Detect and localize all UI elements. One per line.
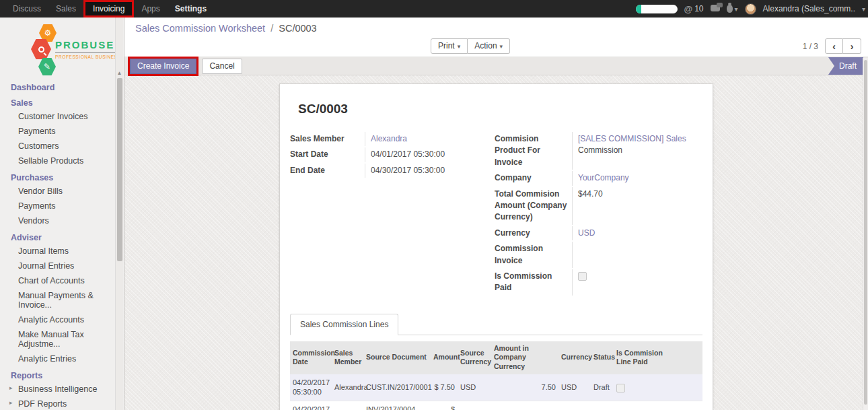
sidebar-item-business-intelligence[interactable]: ▸Business Intelligence xyxy=(0,382,116,397)
field-currency: Currency USD xyxy=(495,226,702,241)
breadcrumb-separator: / xyxy=(268,23,276,34)
sidebar-item-payments-purchases[interactable]: Payments xyxy=(0,199,116,213)
field-groups: Sales Member Alexandra Start Date 04/01/… xyxy=(290,131,702,296)
breadcrumb-parent-link[interactable]: Sales Commission Worksheet xyxy=(135,23,265,34)
menu-sales[interactable]: Sales xyxy=(48,0,83,18)
caret-down-icon: ▾ xyxy=(458,43,461,50)
sidebar-section-adviser[interactable]: Adviser xyxy=(0,228,124,244)
sales-member-link[interactable]: Alexandra xyxy=(371,134,407,143)
sidebar-item-analytic-accounts[interactable]: Analytic Accounts xyxy=(0,312,116,327)
cell-amount: $ 7.50 xyxy=(431,374,458,401)
scroll-up-icon[interactable]: ▲ xyxy=(116,18,123,76)
sidebar-item-customers[interactable]: Customers xyxy=(0,139,116,153)
print-button[interactable]: Print▾ xyxy=(431,38,468,54)
sidebar-item-pdf-reports[interactable]: ▸PDF Reports xyxy=(0,397,116,410)
user-avatar[interactable] xyxy=(745,3,756,15)
mentions-counter[interactable]: @ 10 xyxy=(684,4,704,14)
action-button[interactable]: Action▾ xyxy=(468,38,510,54)
commission-line-row[interactable]: 04/20/2017 05:30:00 Alexandra CUST.IN/20… xyxy=(290,374,702,401)
commission-lines-table: Commission Date Sales Member Source Docu… xyxy=(290,341,702,410)
commission-line-row[interactable]: 04/20/2017 05:30:00 Alexandra INV/2017/0… xyxy=(290,401,702,410)
currency-link[interactable]: USD xyxy=(578,228,595,238)
col-header-sales-member: Sales Member xyxy=(332,341,363,374)
menu-apps[interactable]: Apps xyxy=(134,0,167,18)
cell-line-paid xyxy=(614,374,702,401)
sidebar-item-manual-payments[interactable]: Manual Payments & Invoice... xyxy=(0,288,116,312)
create-invoice-button[interactable]: Create Invoice xyxy=(130,59,196,74)
expand-arrow-icon: ▸ xyxy=(9,399,13,406)
cell-document: INV/2017/0004-SO008 xyxy=(363,401,431,410)
status-badge[interactable]: Draft xyxy=(828,57,863,75)
sidebar-section-purchases[interactable]: Purchases xyxy=(0,168,124,184)
sidebar-item-vendors[interactable]: Vendors xyxy=(0,213,116,228)
form-statusbar: Create Invoice Cancel Draft xyxy=(124,57,868,75)
breadcrumb-current: SC/0003 xyxy=(279,23,316,34)
col-header-source-document: Source Document xyxy=(363,341,431,374)
cell-amount-company: 7.50 xyxy=(491,374,558,401)
sidebar-item-analytic-entries[interactable]: Analytic Entries xyxy=(0,351,116,366)
sidebar-item-vendor-bills[interactable]: Vendor Bills xyxy=(0,184,116,199)
field-label: End Date xyxy=(290,164,365,178)
mention-count: 10 xyxy=(694,4,703,13)
page-scrollbar-thumb[interactable] xyxy=(864,60,867,405)
logo-subtitle: PROFESSIONAL BUSINESS xyxy=(55,55,121,59)
company-link[interactable]: YourCompany xyxy=(578,173,629,182)
col-header-amount-company: Amount in Company Currency xyxy=(491,341,558,374)
cell-date: 04/20/2017 05:30:00 xyxy=(290,401,332,410)
page-scrollbar[interactable] xyxy=(863,58,868,410)
sidebar-scrollbar[interactable]: ▲ xyxy=(115,18,123,410)
tab-sales-commission-lines[interactable]: Sales Commission Lines xyxy=(290,314,398,335)
field-label: Start Date xyxy=(290,147,365,162)
cell-amount: $ 18.60 xyxy=(431,401,458,410)
logo-title: PROBUSE xyxy=(55,39,121,53)
field-commission-invoice: Commission Invoice xyxy=(495,241,702,269)
cell-currency: USD xyxy=(558,401,591,410)
sidebar-item-chart-of-accounts[interactable]: Chart of Accounts xyxy=(0,273,116,288)
field-label: Is Commission Paid xyxy=(495,269,572,296)
user-caret-down-icon: ▾ xyxy=(862,5,865,13)
timer-widget[interactable] xyxy=(636,5,678,13)
logo-text: PROBUSE PROFESSIONAL BUSINESS xyxy=(55,39,121,59)
field-start-date: Start Date 04/01/2017 05:30:00 xyxy=(290,147,495,162)
sidebar-item-dashboard[interactable]: Dashboard xyxy=(0,78,124,94)
sidebar-item-customer-invoices[interactable]: Customer Invoices xyxy=(0,109,116,124)
menu-invoicing[interactable]: Invoicing xyxy=(83,0,134,18)
sidebar-item-journal-entries[interactable]: Journal Entries xyxy=(0,259,116,273)
sidebar-section-sales[interactable]: Sales xyxy=(0,94,124,109)
cell-currency: USD xyxy=(558,374,591,401)
menu-settings[interactable]: Settings xyxy=(168,0,214,18)
col-header-source-currency: Source Currency xyxy=(458,341,491,374)
sidebar-item-payments-sales[interactable]: Payments xyxy=(0,124,116,139)
caret-down-icon: ▾ xyxy=(500,43,503,50)
table-header-row: Commission Date Sales Member Source Docu… xyxy=(290,341,702,374)
action-label: Action xyxy=(474,41,497,50)
menu-discuss[interactable]: Discuss xyxy=(5,0,48,18)
user-menu[interactable]: Alexandra (Sales_comm.. xyxy=(763,4,855,13)
sidebar-scrollbar-thumb[interactable] xyxy=(117,78,122,261)
pager-next-button[interactable]: › xyxy=(843,38,861,54)
commission-invoice-value xyxy=(572,242,702,268)
cancel-button[interactable]: Cancel xyxy=(202,59,242,74)
top-navbar: Discuss Sales Invoicing Apps Settings @ … xyxy=(0,0,868,18)
sidebar-item-journal-items[interactable]: Journal Items xyxy=(0,244,116,259)
chat-icon[interactable] xyxy=(711,5,720,11)
cell-line-paid xyxy=(614,401,702,410)
pager-previous-button[interactable]: ‹ xyxy=(825,38,843,54)
field-group-right: Commision Product For Invoice [SALES COM… xyxy=(495,131,702,296)
cell-source-currency: USD xyxy=(458,401,491,410)
commission-product-link[interactable]: [SALES COMMISSION] Sales xyxy=(578,134,686,143)
sidebar: ⚙ ✎ PROBUSE PROFESSIONAL BUSINESS Dashbo… xyxy=(0,18,124,410)
print-label: Print xyxy=(438,41,455,50)
debug-menu[interactable]: ▾ xyxy=(727,5,738,13)
cell-source-currency: USD xyxy=(458,374,491,401)
field-total-commission: Total Commision Amount (Company Currency… xyxy=(495,186,702,226)
sidebar-item-tax-adjustments[interactable]: Make Manual Tax Adjustme... xyxy=(0,327,116,351)
timer-progress xyxy=(636,5,641,13)
systray: @ 10 ▾ Alexandra (Sales_comm.. ▾ xyxy=(636,0,868,18)
sidebar-item-label: Business Intelligence xyxy=(18,384,97,394)
sidebar-menu: Dashboard Sales Customer Invoices Paymen… xyxy=(0,78,124,410)
sidebar-section-reports[interactable]: Reports xyxy=(0,366,124,382)
commission-product-suffix: Commission xyxy=(578,145,622,155)
sidebar-item-sellable-products[interactable]: Sellable Products xyxy=(0,153,116,168)
cell-status: Draft xyxy=(591,401,614,410)
